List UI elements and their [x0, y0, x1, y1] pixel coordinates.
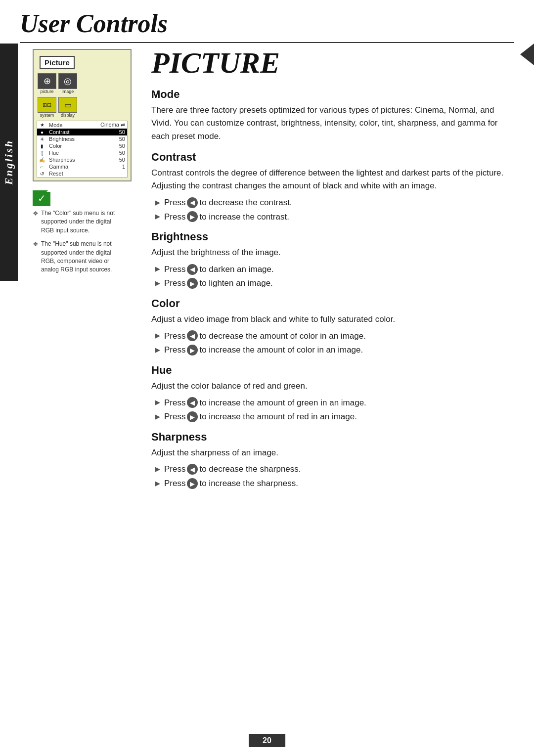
left-btn-color-1: ◀	[187, 330, 198, 341]
picture-label: Picture	[40, 56, 75, 69]
color-bullets: ▶ Press ◀ to decrease the amount of colo…	[155, 330, 514, 356]
color-bullet-1: ▶ Press ◀ to decrease the amount of colo…	[155, 330, 514, 342]
contrast-bullets: ▶ Press ◀ to decrease the contrast. ▶ Pr…	[155, 197, 514, 223]
english-sidebar: English	[0, 44, 18, 281]
image-icon: ◎	[58, 73, 77, 89]
note-badge: ✓	[33, 190, 50, 206]
brightness-bullet-2: ▶ Press ▶ to lighten an image.	[155, 277, 514, 289]
hue-bullet-1: ▶ Press ◀ to increase the amount of gree…	[155, 397, 514, 409]
section-contrast: Contrast Contrast controls the degree of…	[151, 151, 514, 222]
system-icon: ⊞⊟	[38, 97, 56, 113]
contrast-body: Contrast controls the degree of differen…	[151, 167, 514, 193]
note-box: ✓ ❖ The "Color" sub menu is not supporte…	[33, 190, 124, 274]
right-btn-sharpness-2: ▶	[187, 478, 198, 489]
menu-row-brightness: ✳ Brightness 50	[37, 135, 127, 142]
brightness-heading: Brightness	[151, 230, 514, 243]
left-btn-brightness-1: ◀	[187, 264, 198, 275]
color-body: Adjust a video image from black and whit…	[151, 313, 514, 326]
left-btn-hue-1: ◀	[187, 397, 198, 408]
menu-row-sharpness: ✍ Sharpness 50	[37, 156, 127, 163]
menu-row-gamma: ⌐ Gamma 1	[37, 163, 127, 170]
triangle-decoration	[520, 44, 534, 65]
picture-icon: ⊕	[38, 73, 56, 89]
right-btn-brightness-2: ▶	[187, 278, 198, 289]
menu-row-color: ▮ Color 50	[37, 142, 127, 149]
contrast-heading: Contrast	[151, 151, 514, 164]
mode-heading: Mode	[151, 88, 514, 101]
menu-row-reset: ↺ Reset	[37, 170, 127, 177]
sharpness-bullet-2: ▶ Press ▶ to increase the sharpness.	[155, 478, 514, 489]
sharpness-bullet-1: ▶ Press ◀ to decrease the sharpness.	[155, 463, 514, 475]
ui-screenshot: Picture ⊕ picture ◎ image ⊞⊟ system	[33, 49, 132, 181]
left-panel: Picture ⊕ picture ◎ image ⊞⊟ system	[33, 49, 136, 492]
sharpness-bullets: ▶ Press ◀ to decrease the sharpness. ▶ P…	[155, 463, 514, 489]
sharpness-heading: Sharpness	[151, 431, 514, 444]
section-color: Color Adjust a video image from black an…	[151, 297, 514, 356]
note-item-2: ❖ The "Hue" sub menu is not supported un…	[33, 240, 124, 274]
sharpness-body: Adjust the sharpness of an image.	[151, 446, 514, 459]
section-title: PICTURE	[151, 46, 514, 80]
menu-row-contrast: ● Contrast 50	[37, 129, 127, 135]
contrast-bullet-2: ▶ Press ▶ to increase the contrast.	[155, 211, 514, 223]
brightness-bullets: ▶ Press ◀ to darken an image. ▶ Press ▶ …	[155, 264, 514, 290]
color-bullet-2: ▶ Press ▶ to increase the amount of colo…	[155, 344, 514, 356]
right-btn-hue-2: ▶	[187, 411, 198, 422]
brightness-body: Adjust the brightness of the image.	[151, 246, 514, 259]
hue-bullet-2: ▶ Press ▶ to increase the amount of red …	[155, 411, 514, 423]
menu-row-hue: Ţ Hue 50	[37, 149, 127, 156]
menu-table: ★ Mode Cinema ⇌ ● Contrast 50 ✳ Brightne…	[37, 121, 128, 178]
right-btn-color-2: ▶	[187, 345, 198, 356]
section-brightness: Brightness Adjust the brightness of the …	[151, 230, 514, 289]
menu-row-mode: ★ Mode Cinema ⇌	[37, 121, 127, 129]
hue-body: Adjust the color balance of red and gree…	[151, 380, 514, 393]
note-item-1: ❖ The "Color" sub menu is not supported …	[33, 209, 124, 235]
page-number: 20	[249, 734, 285, 747]
contrast-bullet-1: ▶ Press ◀ to decrease the contrast.	[155, 197, 514, 209]
left-btn-contrast-1: ◀	[187, 197, 198, 208]
right-btn-contrast-2: ▶	[187, 211, 198, 222]
display-icon: ▭	[58, 97, 77, 113]
page-title: User Controls	[0, 0, 534, 42]
left-btn-sharpness-1: ◀	[187, 464, 198, 475]
hue-heading: Hue	[151, 364, 514, 377]
section-sharpness: Sharpness Adjust the sharpness of an ima…	[151, 431, 514, 489]
brightness-bullet-1: ▶ Press ◀ to darken an image.	[155, 264, 514, 275]
section-hue: Hue Adjust the color balance of red and …	[151, 364, 514, 423]
color-heading: Color	[151, 297, 514, 310]
section-mode: Mode There are three factory presets opt…	[151, 88, 514, 143]
hue-bullets: ▶ Press ◀ to increase the amount of gree…	[155, 397, 514, 423]
right-panel: PICTURE Mode There are three factory pre…	[136, 49, 514, 492]
mode-body: There are three factory presets optimize…	[151, 104, 514, 143]
